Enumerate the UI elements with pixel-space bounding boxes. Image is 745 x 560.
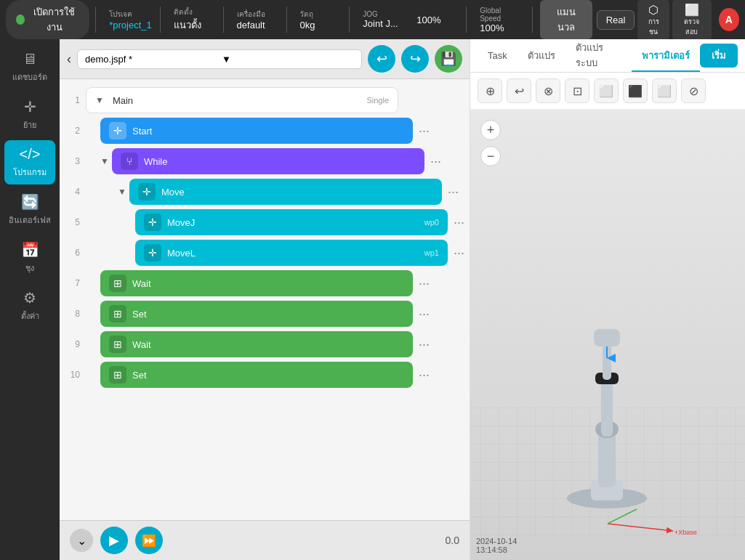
file-selector[interactable]: demo.jspf * ▼ xyxy=(77,49,362,69)
view-flag-button[interactable]: ⊘ xyxy=(681,78,706,103)
start-button[interactable]: เริ่ม xyxy=(700,44,738,68)
tab-params-label: พารามิเตอร์ xyxy=(642,50,690,61)
view-box2-button[interactable]: ⬛ xyxy=(623,78,648,103)
table-row: 3 ▼ ⑂ While ··· xyxy=(60,146,470,176)
redo-button[interactable]: ↪ xyxy=(401,45,429,73)
collision-button[interactable]: ⬡ การชน xyxy=(637,0,669,41)
real-button[interactable]: Real xyxy=(597,10,635,30)
sidebar-item-schedule[interactable]: 📅 ชุง xyxy=(4,235,55,280)
divider-4 xyxy=(286,7,287,33)
status-button[interactable]: เปิดการใช้งาน xyxy=(6,0,89,39)
move-block[interactable]: ✛ Move xyxy=(129,179,442,205)
sidebar-item-move[interactable]: ✛ ย้าย xyxy=(4,92,55,137)
block-label: MoveL xyxy=(167,248,419,259)
block-icon: ⊞ xyxy=(109,336,126,353)
row-menu-button[interactable]: ··· xyxy=(416,368,432,383)
flag-icon: ⊘ xyxy=(689,84,698,98)
sidebar-item-interface[interactable]: 🔄 อินเตอร์เฟส xyxy=(4,187,55,232)
sidebar-label-dashboard: แดชบอร์ด xyxy=(12,70,47,84)
collapse-button[interactable]: ⌄ xyxy=(70,529,93,552)
tab-var[interactable]: ตัวแปร xyxy=(518,41,565,72)
collision-sub: การชน xyxy=(645,17,662,37)
tab-params[interactable]: พารามิเตอร์ xyxy=(632,41,700,72)
footer-value: 0.0 xyxy=(446,535,459,546)
global-speed-group: Global Speed 100% xyxy=(472,7,525,33)
tool-group: เครื่องมือ default xyxy=(230,9,281,31)
back-button[interactable]: ‹ xyxy=(67,52,71,67)
schedule-icon: 📅 xyxy=(21,241,39,259)
view-box3-button[interactable]: ⬜ xyxy=(652,78,677,103)
row-number: 7 xyxy=(60,278,86,288)
view-undo-button[interactable]: ↩ xyxy=(507,78,531,103)
divider-2 xyxy=(160,7,161,33)
avatar[interactable]: A xyxy=(719,8,739,31)
svg-rect-11 xyxy=(594,329,620,346)
while-block[interactable]: ⑂ While xyxy=(112,148,424,174)
play-button[interactable]: ▶ xyxy=(100,527,128,554)
divider-1 xyxy=(95,7,96,33)
movel-block[interactable]: ✛ MoveL wp1 xyxy=(135,240,448,266)
row-number: 6 xyxy=(60,248,86,258)
monitor-icon: 🖥 xyxy=(23,51,37,68)
row-number: 9 xyxy=(60,339,86,349)
check-button[interactable]: ⬜ ตรวจสอบ xyxy=(672,0,712,41)
code-area: 1 ▼ Main Single 2 ✛ Start ··· xyxy=(60,79,470,520)
row-menu-button[interactable]: ··· xyxy=(416,123,432,139)
zoom-in-button[interactable]: + xyxy=(480,120,501,140)
row-number: 2 xyxy=(60,126,86,136)
tab-var-label: ตัวแปร xyxy=(528,50,555,61)
collision-label: ⬡ xyxy=(648,4,659,16)
sidebar-item-program[interactable]: </> โปรแกรม xyxy=(4,140,55,184)
svg-text:+Xbase: +Xbase xyxy=(674,529,697,536)
row-menu-button[interactable]: ··· xyxy=(451,215,467,230)
row-menu-button[interactable]: ··· xyxy=(445,184,462,200)
set-block-10[interactable]: ⊞ Set xyxy=(100,362,413,388)
block-icon: ⊞ xyxy=(109,366,126,384)
row-number: 10 xyxy=(60,370,86,380)
block-sub: wp0 xyxy=(424,218,439,227)
save-button[interactable]: 💾 xyxy=(435,45,462,73)
sidebar-label-move: ย้าย xyxy=(23,118,36,131)
row-menu-button[interactable]: ··· xyxy=(416,276,432,291)
tab-system-label: ตัวแปรระบบ xyxy=(576,42,603,68)
row-menu-button[interactable]: ··· xyxy=(416,337,432,352)
sidebar-item-settings[interactable]: ⚙ ตั้งค่า xyxy=(4,283,55,328)
table-row: 1 ▼ Main Single xyxy=(60,85,470,115)
jog-pct-group: 100% xyxy=(409,15,460,25)
movej-block[interactable]: ✛ MoveJ wp0 xyxy=(135,209,448,235)
jog-pct: 100% xyxy=(416,15,440,25)
divider-5 xyxy=(349,7,350,33)
row-menu-button[interactable]: ··· xyxy=(416,307,432,322)
time-label: 13:14:58 xyxy=(476,545,507,554)
view-box1-button[interactable]: ⬜ xyxy=(594,78,619,103)
undo-view-icon: ↩ xyxy=(515,84,524,98)
tab-task[interactable]: Task xyxy=(478,43,518,70)
view-shield-button[interactable]: ⊡ xyxy=(565,78,589,103)
weight-value: 0kg xyxy=(299,20,315,31)
block-label: Wait xyxy=(132,278,404,289)
row-menu-button[interactable]: ··· xyxy=(427,154,444,169)
zoom-out-button[interactable]: − xyxy=(480,146,501,166)
set-block-8[interactable]: ⊞ Set xyxy=(100,301,413,327)
row-number: 5 xyxy=(60,217,86,227)
view-cross-button[interactable]: ⊗ xyxy=(536,78,560,103)
wait-block-7[interactable]: ⊞ Wait xyxy=(100,270,413,296)
start-block[interactable]: ✛ Start xyxy=(100,118,413,144)
table-row: 5 ✛ MoveJ wp0 ··· xyxy=(60,207,470,238)
view-home-button[interactable]: ⊕ xyxy=(478,78,502,103)
main-block[interactable]: ▼ Main Single xyxy=(86,87,398,113)
status-label: เปิดการใช้งาน xyxy=(29,4,79,35)
global-speed-label: Global Speed xyxy=(480,7,518,23)
undo-button[interactable]: ↩ xyxy=(368,45,395,73)
shield-icon: ⊡ xyxy=(573,84,582,98)
jog-group: JOG Joint J... xyxy=(355,10,406,29)
right-tabs: Task ตัวแปร ตัวแปรระบบ พารามิเตอร์ เริ่ม xyxy=(470,39,745,73)
fast-forward-button[interactable]: ⏩ xyxy=(135,527,163,554)
block-icon: ⊞ xyxy=(109,275,126,292)
row-number: 8 xyxy=(60,309,86,319)
wait-block-9[interactable]: ⊞ Wait xyxy=(100,331,413,357)
weight-group: วัตถุ 0kg xyxy=(292,9,343,31)
row-menu-button[interactable]: ··· xyxy=(451,245,467,261)
sidebar-item-dashboard[interactable]: 🖥 แดชบอร์ด xyxy=(4,45,55,89)
project-value: *project_1 xyxy=(109,20,152,31)
